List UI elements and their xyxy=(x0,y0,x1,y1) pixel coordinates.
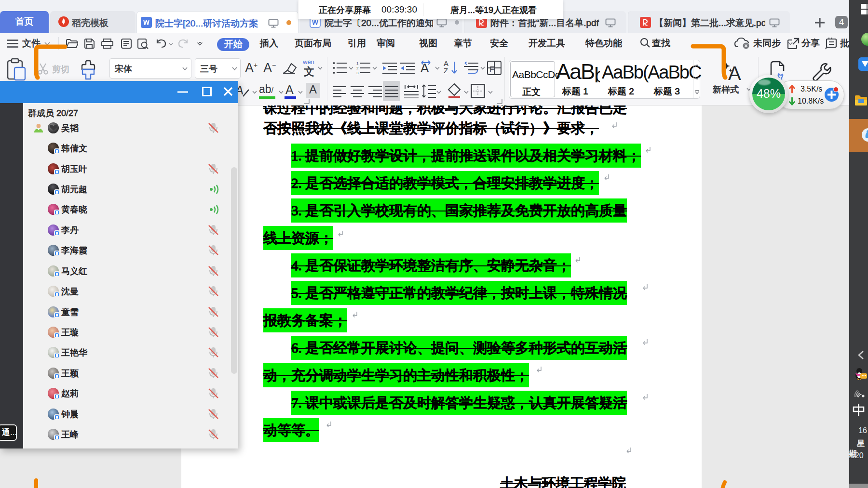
svg-text:F: F xyxy=(489,66,494,74)
svg-text:3: 3 xyxy=(356,71,359,74)
svg-text:2: 2 xyxy=(356,66,359,70)
svg-text:A: A xyxy=(728,63,741,82)
svg-text:1: 1 xyxy=(356,62,359,66)
